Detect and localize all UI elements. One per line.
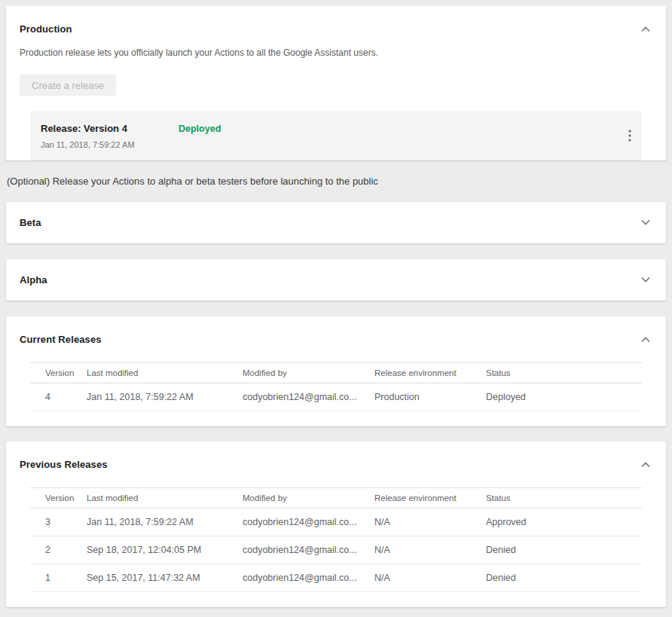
- col-header-last-modified: Last modified: [87, 363, 243, 383]
- current-releases-table-wrap: Version Last modified Modified by Releas…: [30, 362, 642, 426]
- cell-environment: N/A: [374, 564, 486, 592]
- col-header-environment: Release environment: [374, 488, 486, 509]
- previous-releases-title: Previous Releases: [20, 459, 108, 470]
- previous-releases-header[interactable]: Previous Releases: [6, 441, 666, 472]
- table-header-row: Version Last modified Modified by Releas…: [30, 363, 642, 383]
- cell-status: Denied: [486, 536, 642, 564]
- current-releases-card: Current Releases Version Last modified M…: [6, 316, 666, 426]
- chevron-up-icon: [640, 461, 651, 468]
- beta-expand-button[interactable]: [636, 215, 655, 231]
- col-header-version: Version: [30, 363, 87, 383]
- production-description: Production release lets you officially l…: [20, 47, 652, 58]
- cell-status: Approved: [486, 509, 642, 536]
- production-header[interactable]: Production: [6, 6, 666, 37]
- release-date: Jan 11, 2018, 7:59:22 AM: [41, 140, 624, 149]
- current-releases-title: Current Releases: [20, 334, 102, 345]
- cell-status: Denied: [486, 564, 642, 592]
- cell-version: 3: [30, 509, 87, 536]
- chevron-up-icon: [640, 336, 651, 343]
- production-card: Production Production release lets you o…: [6, 6, 666, 160]
- deployed-release-row: Release: Version 4 Deployed Jan 11, 2018…: [30, 111, 642, 160]
- col-header-environment: Release environment: [374, 363, 486, 383]
- col-header-modified-by: Modified by: [243, 488, 374, 509]
- table-row: 1 Sep 15, 2017, 11:47:32 AM codyobrien12…: [30, 564, 642, 592]
- beta-header[interactable]: Beta: [6, 202, 666, 243]
- current-releases-header[interactable]: Current Releases: [6, 316, 666, 347]
- current-releases-collapse-button[interactable]: [636, 331, 655, 347]
- beta-title: Beta: [20, 217, 41, 228]
- cell-last-modified: Sep 18, 2017, 12:04:05 PM: [87, 536, 243, 564]
- cell-environment: N/A: [374, 536, 486, 564]
- release-info: Release: Version 4 Deployed Jan 11, 2018…: [41, 123, 624, 149]
- production-collapse-button[interactable]: [636, 21, 655, 37]
- release-menu-button[interactable]: [624, 125, 636, 146]
- cell-last-modified: Sep 15, 2017, 11:47:32 AM: [87, 564, 243, 592]
- table-row: 4 Jan 11, 2018, 7:59:22 AM codyobrien124…: [30, 383, 642, 411]
- more-vert-icon: [628, 130, 631, 142]
- cell-modified-by: codyobrien124@gmail.co...: [243, 564, 374, 592]
- col-header-modified-by: Modified by: [243, 363, 374, 383]
- production-title: Production: [20, 23, 72, 35]
- current-releases-table: Version Last modified Modified by Releas…: [30, 362, 642, 411]
- create-release-button[interactable]: Create a release: [20, 75, 116, 96]
- cell-modified-by: codyobrien124@gmail.co...: [243, 383, 374, 411]
- chevron-up-icon: [640, 26, 651, 32]
- release-name: Release: Version 4: [41, 123, 179, 134]
- cell-modified-by: codyobrien124@gmail.co...: [243, 536, 374, 564]
- chevron-down-icon: [640, 276, 651, 283]
- table-row: 3 Jan 11, 2018, 7:59:22 AM codyobrien124…: [30, 509, 642, 536]
- chevron-down-icon: [640, 219, 651, 226]
- cell-last-modified: Jan 11, 2018, 7:59:22 AM: [87, 509, 243, 536]
- cell-version: 1: [30, 564, 87, 592]
- col-header-version: Version: [30, 488, 87, 509]
- previous-releases-table: Version Last modified Modified by Releas…: [30, 487, 642, 592]
- alpha-title: Alpha: [20, 274, 47, 286]
- previous-releases-collapse-button[interactable]: [636, 457, 655, 472]
- alpha-card: Alpha: [6, 259, 666, 301]
- table-header-row: Version Last modified Modified by Releas…: [30, 488, 642, 509]
- cell-version: 4: [30, 383, 87, 411]
- table-row: 2 Sep 18, 2017, 12:04:05 PM codyobrien12…: [30, 536, 642, 564]
- col-header-status: Status: [486, 488, 642, 509]
- cell-status: Deployed: [486, 383, 642, 411]
- releases-page: Production Production release lets you o…: [0, 0, 672, 617]
- cell-environment: N/A: [374, 509, 486, 536]
- optional-note: (Optional) Release your Actions to alpha…: [7, 176, 666, 187]
- cell-last-modified: Jan 11, 2018, 7:59:22 AM: [87, 383, 243, 411]
- previous-releases-table-wrap: Version Last modified Modified by Releas…: [30, 487, 642, 607]
- cell-version: 2: [30, 536, 87, 564]
- col-header-last-modified: Last modified: [87, 488, 243, 509]
- alpha-expand-button[interactable]: [636, 272, 655, 288]
- cell-environment: Production: [374, 383, 486, 411]
- previous-releases-card: Previous Releases Version Last modified …: [6, 441, 666, 607]
- alpha-header[interactable]: Alpha: [6, 259, 666, 301]
- release-status-badge: Deployed: [179, 124, 221, 134]
- cell-modified-by: codyobrien124@gmail.co...: [243, 509, 374, 536]
- beta-card: Beta: [6, 202, 666, 243]
- col-header-status: Status: [486, 363, 642, 383]
